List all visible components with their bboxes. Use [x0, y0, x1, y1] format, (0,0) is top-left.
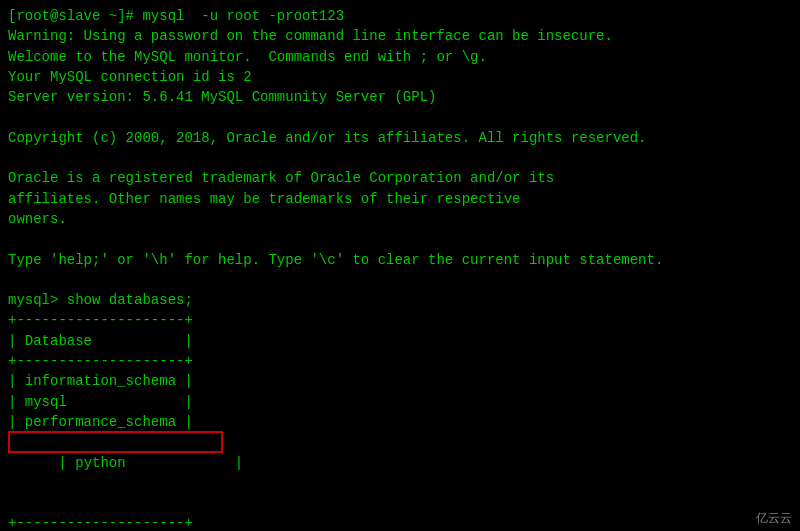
db-table: +--------------------+ | Database | +---… — [8, 310, 792, 531]
table-border-top: +--------------------+ — [8, 310, 792, 330]
empty-line-2 — [8, 148, 792, 168]
show-db-cmd: mysql> show databases; — [8, 290, 792, 310]
db-row-perf-schema: | performance_schema | — [8, 412, 792, 432]
db-row-mysql: | mysql | — [8, 392, 792, 412]
table-header: | Database | — [8, 331, 792, 351]
help-line: Type 'help;' or '\h' for help. Type '\c'… — [8, 250, 792, 270]
empty-line-3 — [8, 229, 792, 249]
server-version-line: Server version: 5.6.41 MySQL Community S… — [8, 87, 792, 107]
oracle-line1: Oracle is a registered trademark of Orac… — [8, 168, 792, 188]
table-header-sep: +--------------------+ — [8, 351, 792, 371]
python-highlight-box — [8, 431, 223, 453]
db-row-python: | python | — [8, 432, 792, 513]
warning-line: Warning: Using a password on the command… — [8, 26, 792, 46]
welcome-line: Welcome to the MySQL monitor. Commands e… — [8, 47, 792, 67]
table-border-bottom: +--------------------+ — [8, 513, 792, 531]
empty-line-4 — [8, 270, 792, 290]
connection-line: Your MySQL connection id is 2 — [8, 67, 792, 87]
terminal: [root@slave ~]# mysql -u root -proot123 … — [0, 0, 800, 531]
watermark: 亿云云 — [756, 510, 792, 527]
cmd-line: [root@slave ~]# mysql -u root -proot123 — [8, 6, 792, 26]
oracle-line2: affiliates. Other names may be trademark… — [8, 189, 792, 209]
copyright-line: Copyright (c) 2000, 2018, Oracle and/or … — [8, 128, 792, 148]
oracle-line3: owners. — [8, 209, 792, 229]
empty-line-1 — [8, 107, 792, 127]
db-row-info-schema: | information_schema | — [8, 371, 792, 391]
